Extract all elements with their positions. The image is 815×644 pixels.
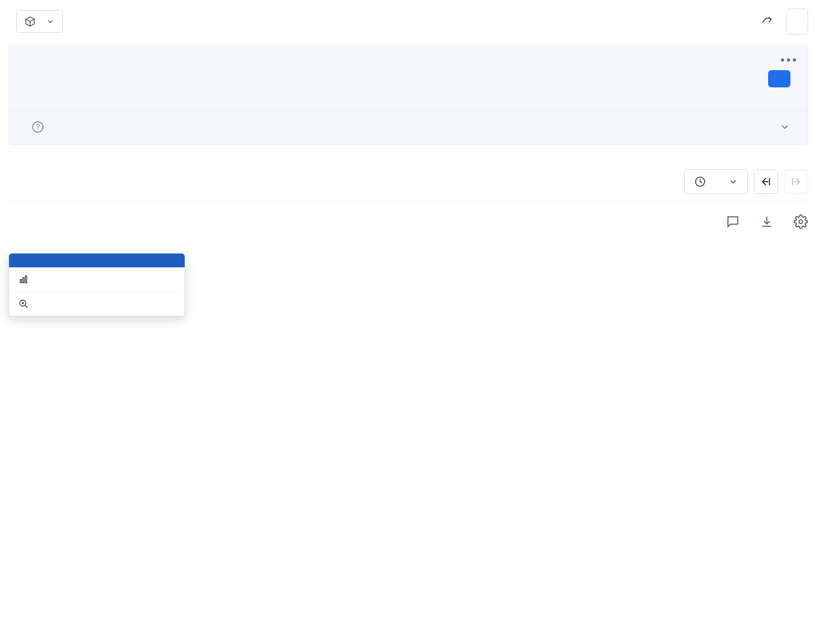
chevron-down-icon (729, 177, 738, 186)
svg-rect-8 (23, 278, 24, 283)
share-button[interactable] (755, 9, 779, 34)
results-header (9, 169, 808, 194)
x-axis (56, 516, 808, 536)
panel-menu-button[interactable]: ••• (781, 53, 798, 67)
svg-line-11 (25, 305, 28, 308)
svg-point-6 (799, 220, 803, 224)
where-clause[interactable] (247, 61, 450, 97)
help-icon[interactable]: ? (32, 121, 43, 133)
groupby-clause[interactable] (467, 61, 670, 97)
dataset-select[interactable] (16, 10, 63, 33)
query-assistant-row[interactable]: ? (9, 111, 808, 145)
popup-item-bubbleup[interactable] (9, 267, 185, 291)
chevron-down-icon (779, 121, 790, 133)
query-builder-panel: ••• ? (9, 45, 808, 145)
time-back-button[interactable] (754, 170, 778, 194)
heatmap-chart[interactable] (9, 253, 808, 516)
popup-item-zoom[interactable] (9, 291, 185, 316)
settings-icon[interactable] (793, 214, 808, 229)
download-icon[interactable] (760, 215, 774, 229)
svg-rect-9 (25, 276, 27, 283)
save-button[interactable] (787, 9, 808, 34)
svg-rect-7 (20, 279, 22, 283)
comment-icon[interactable] (725, 214, 740, 229)
header (9, 9, 808, 34)
chevron-down-icon (46, 17, 55, 26)
clock-icon (694, 176, 706, 188)
popup-header (9, 254, 185, 267)
visualize-clause[interactable] (26, 61, 229, 97)
run-cell (768, 70, 790, 87)
color-legend (769, 253, 808, 516)
run-query-button[interactable] (768, 70, 790, 87)
time-forward-button[interactable] (784, 170, 808, 194)
time-range-select[interactable] (684, 169, 748, 194)
cube-icon (25, 16, 36, 27)
selection-popup (9, 253, 185, 316)
